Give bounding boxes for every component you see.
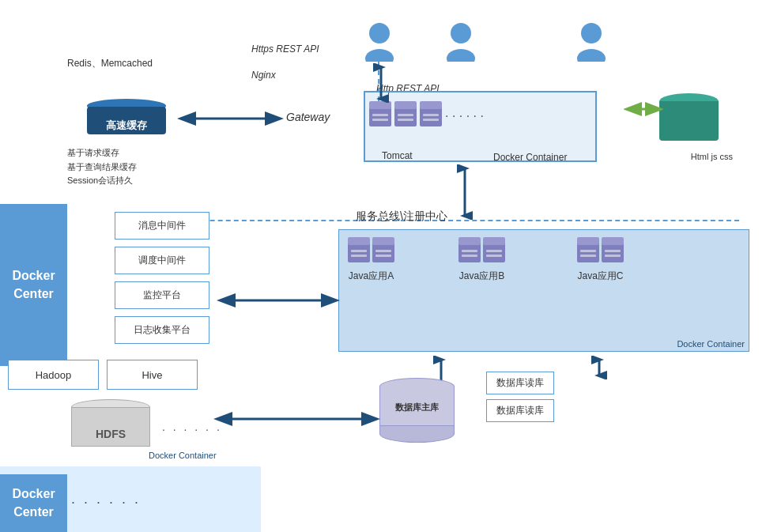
svg-rect-23 [351, 250, 367, 252]
middle-blue-area: Docker Container [338, 229, 749, 352]
java-app-a: Java应用A [348, 237, 394, 283]
java-app-c: Java应用C [577, 237, 624, 283]
cache-cylinder: 高速缓存 [87, 99, 166, 134]
svg-rect-39 [580, 250, 596, 252]
java-app-b: Java应用B [458, 237, 505, 283]
service-bus-label: 服务总线\注册中心 [356, 209, 447, 224]
svg-rect-22 [348, 237, 370, 245]
svg-rect-15 [420, 101, 442, 109]
svg-rect-9 [372, 119, 388, 121]
cache-desc-2: 基于查询结果缓存 [67, 160, 137, 175]
cache-desc: 基于请求缓存 基于查询结果缓存 Session会话持久 [67, 146, 137, 188]
svg-rect-27 [375, 250, 391, 252]
svg-point-5 [577, 49, 606, 62]
scheduler-middleware-box: 调度中间件 [115, 247, 209, 274]
svg-point-0 [369, 23, 390, 43]
java-server-b1 [458, 237, 481, 266]
log-collect-box: 日志收集平台 [115, 316, 209, 344]
docker-container-top-label: Docker Container [493, 152, 567, 163]
svg-rect-43 [605, 250, 621, 252]
cache-desc-1: 基于请求缓存 [67, 146, 137, 160]
docker-center-top-line1: Docker [12, 267, 55, 285]
message-middleware-box: 消息中间件 [115, 212, 209, 240]
hadoop-box: Hadoop [8, 360, 99, 390]
arrow-nginx-down [373, 63, 389, 103]
server-icon-2 [394, 101, 417, 130]
java-app-b-servers [458, 237, 505, 266]
scheduler-middleware-label: 调度中间件 [138, 254, 186, 267]
arrow-hdfs-db [212, 411, 382, 427]
server-icon-1 [369, 101, 391, 130]
arrow-cache-gateway [172, 111, 287, 126]
docker-center-top: Docker Center [0, 204, 67, 366]
svg-rect-13 [398, 119, 413, 121]
svg-point-1 [365, 49, 394, 62]
docker-center-top-label: Docker Center [12, 267, 55, 303]
monitor-label: 监控平台 [143, 289, 181, 302]
svg-rect-11 [394, 101, 417, 109]
hive-box: Hive [107, 360, 198, 390]
java-app-c-label: Java应用C [577, 270, 623, 283]
static-cyl-body [659, 101, 719, 141]
java-server-b2 [483, 237, 505, 266]
tomcat-dots: · · · · · · [445, 109, 484, 123]
message-middleware-label: 消息中间件 [138, 219, 186, 232]
svg-rect-12 [398, 114, 413, 116]
db-replica-1-label: 数据库读库 [486, 372, 554, 394]
java-server-c2 [602, 237, 624, 266]
docker-center-bottom: Docker Center [0, 474, 67, 532]
db-main-label: 数据库主库 [379, 402, 455, 413]
redis-label: Redis、Memcached [67, 57, 153, 70]
user-icon-2 [447, 22, 475, 65]
log-collect-label: 日志收集平台 [134, 323, 191, 337]
hdfs-cylinder: HDFS [71, 399, 150, 451]
hdfs-label: HDFS [72, 428, 149, 440]
docker-container-mid-label: Docker Container [677, 339, 745, 349]
svg-rect-8 [372, 114, 388, 116]
svg-rect-38 [577, 237, 599, 245]
java-app-a-label: Java应用A [349, 270, 394, 283]
svg-rect-35 [486, 250, 502, 252]
monitor-box: 监控平台 [115, 281, 209, 309]
svg-rect-26 [372, 237, 394, 245]
hdfs-dots: · · · · · · [162, 423, 222, 436]
static-files-label: Html js css [691, 152, 733, 161]
svg-rect-30 [458, 237, 481, 245]
db-main-bottom [379, 425, 455, 443]
user-icon-3 [577, 22, 606, 65]
svg-rect-24 [351, 255, 367, 257]
tomcat-label: Tomcat [382, 150, 413, 161]
java-app-b-label: Java应用B [459, 270, 504, 283]
svg-point-3 [447, 49, 475, 62]
user-icon-1 [365, 22, 394, 65]
gateway-label: Gateway [286, 111, 330, 123]
db-main-cylinder: 数据库主库 [379, 378, 455, 441]
cache-label: 高速缓存 [87, 119, 166, 133]
nginx-label: Nginx [251, 70, 276, 81]
svg-rect-36 [486, 255, 502, 257]
svg-rect-16 [423, 114, 439, 116]
java-app-c-servers [577, 237, 624, 266]
docker-center-bottom-line2: Center [12, 504, 55, 521]
svg-rect-28 [375, 255, 391, 257]
svg-rect-42 [602, 237, 624, 245]
docker-center-top-line2: Center [12, 285, 55, 303]
java-server-c1 [577, 237, 599, 266]
https-api-label: Https REST API [251, 43, 319, 55]
tomcat-server-group: · · · · · · [369, 101, 484, 130]
svg-rect-17 [423, 119, 439, 121]
svg-rect-44 [605, 255, 621, 257]
hadoop-label: Hadoop [36, 369, 72, 381]
svg-point-4 [581, 23, 602, 43]
static-cylinder [659, 93, 719, 149]
db-replica-1-box: 数据库读库 数据库读库 [486, 372, 554, 422]
db-replica-2-label: 数据库读库 [486, 399, 554, 422]
docker-center-bottom-line1: Docker [12, 485, 55, 503]
arrow-appc-to-dbreplica [591, 356, 607, 379]
docker-center-bottom-label: Docker Center [12, 485, 55, 521]
svg-rect-34 [483, 237, 505, 245]
hdfs-body: HDFS [71, 407, 150, 447]
svg-rect-31 [462, 250, 477, 252]
java-app-a-servers [348, 237, 394, 266]
cache-desc-3: Session会话持久 [67, 174, 137, 188]
